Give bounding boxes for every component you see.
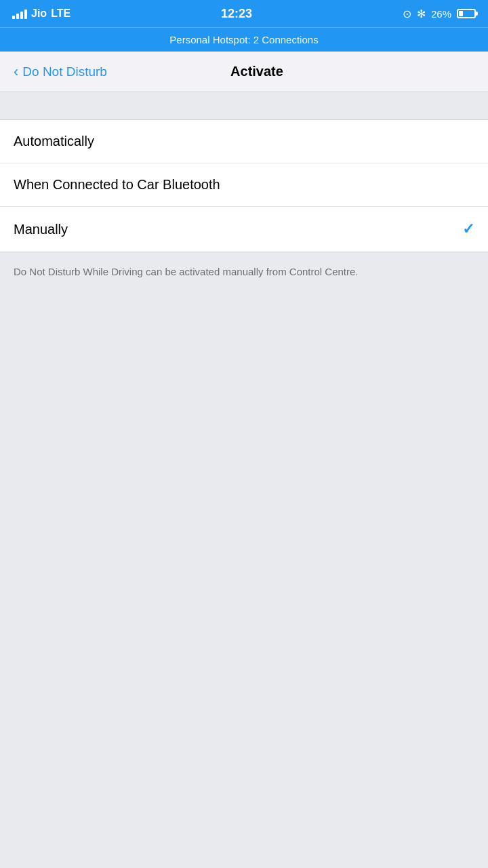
top-spacer: [0, 92, 488, 119]
battery-percent-label: 26%: [431, 8, 451, 20]
option-automatically-label: Automatically: [14, 134, 94, 149]
nav-bar: ‹ Do Not Disturb Activate: [0, 52, 488, 92]
signal-bar-1: [12, 16, 15, 19]
hotspot-bar: Personal Hotspot: 2 Connections: [0, 27, 488, 52]
network-type-label: LTE: [51, 7, 70, 20]
signal-bar-3: [20, 12, 23, 19]
status-bar: Jio LTE 12:23 ⊙ ✻ 26%: [0, 0, 488, 27]
status-right: ⊙ ✻ 26%: [403, 7, 476, 20]
option-manually[interactable]: Manually ✓: [0, 207, 488, 252]
carrier-label: Jio: [31, 7, 47, 20]
description-text: Do Not Disturb While Driving can be acti…: [0, 252, 488, 292]
option-automatically[interactable]: Automatically: [0, 120, 488, 163]
signal-bar-2: [16, 14, 19, 19]
bluetooth-icon: ✻: [417, 7, 426, 20]
hotspot-label: Personal Hotspot: 2 Connections: [169, 34, 318, 45]
option-manually-label: Manually: [14, 222, 68, 237]
back-button[interactable]: ‹ Do Not Disturb: [14, 63, 107, 81]
options-list: Automatically When Connected to Car Blue…: [0, 119, 488, 252]
checkmark-icon: ✓: [462, 220, 474, 238]
battery-fill: [459, 11, 463, 16]
status-time: 12:23: [221, 7, 252, 21]
main-content: Automatically When Connected to Car Blue…: [0, 92, 488, 868]
signal-bars-icon: [12, 8, 27, 19]
target-icon: ⊙: [403, 7, 411, 20]
back-chevron-icon: ‹: [14, 63, 18, 81]
option-car-bluetooth-label: When Connected to Car Bluetooth: [14, 177, 220, 193]
battery-icon: [457, 9, 476, 18]
page-title: Activate: [107, 64, 407, 79]
status-left: Jio LTE: [12, 7, 70, 20]
back-button-label: Do Not Disturb: [22, 64, 107, 79]
option-car-bluetooth[interactable]: When Connected to Car Bluetooth: [0, 163, 488, 207]
signal-bar-4: [24, 9, 27, 19]
